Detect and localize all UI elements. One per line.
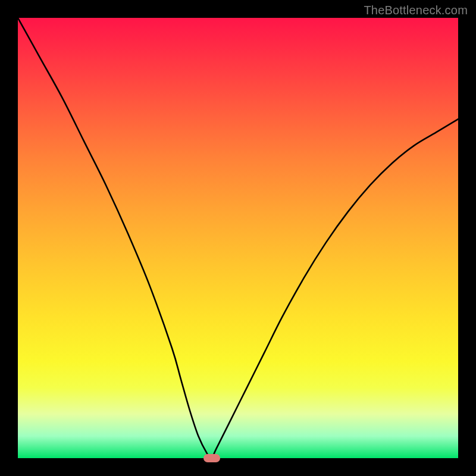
watermark-text: TheBottleneck.com xyxy=(364,4,468,17)
bottleneck-curve xyxy=(18,18,458,458)
chart-frame: TheBottleneck.com xyxy=(0,0,476,476)
plot-area xyxy=(18,18,458,458)
optimum-marker xyxy=(203,454,220,462)
